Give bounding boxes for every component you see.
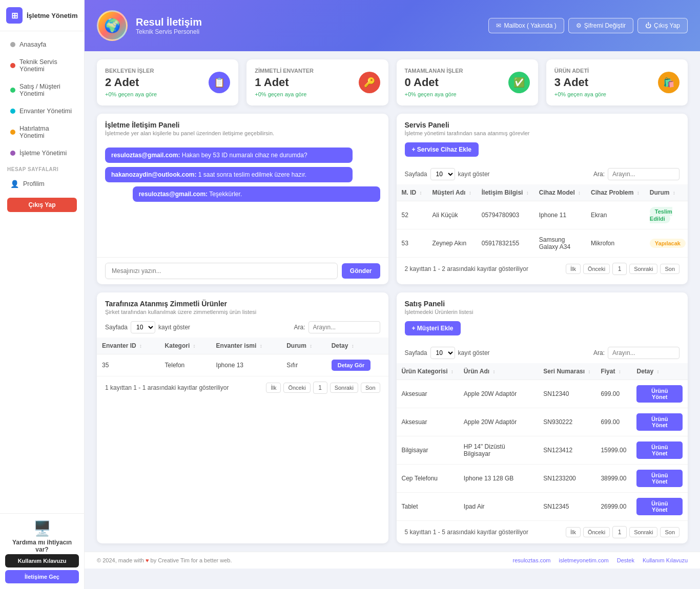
cell-seri: SN123412	[538, 436, 595, 465]
page-sonraki[interactable]: Sonraki	[629, 527, 657, 537]
sidebar-item-isletme[interactable]: İşletme Yönetimi	[3, 145, 81, 161]
stat-value: 2 Adet	[105, 76, 157, 89]
per-page-text: kayıt göster	[458, 349, 490, 356]
page-onceki[interactable]: Önceki	[583, 527, 610, 537]
footer-link-1[interactable]: resuloztas.com	[513, 557, 551, 563]
cell-model: Iphone 11	[534, 201, 586, 229]
page-onceki[interactable]: Önceki	[583, 264, 610, 274]
cell-fiyat: 699.00	[595, 408, 631, 436]
brand-icon: ⊞	[6, 7, 23, 24]
profile-icon: 👤	[10, 180, 19, 188]
gear-icon: ⚙	[576, 22, 582, 29]
chat-input[interactable]	[105, 263, 338, 279]
cell-seri: SN12340	[538, 380, 595, 408]
stat-value: 1 Adet	[255, 76, 314, 89]
dot-icon	[10, 63, 15, 68]
page-son[interactable]: Son	[361, 383, 380, 393]
per-page-select[interactable]: 102550	[131, 321, 155, 333]
dot-icon	[10, 130, 15, 135]
chat-message: hakanozaydin@outlook.com: 1 saat sonra t…	[105, 167, 353, 182]
search-label: Ara:	[593, 171, 605, 178]
cell-durum: Yapılacak	[645, 229, 688, 258]
stat-label: ÜRÜN ADETİ	[554, 68, 606, 74]
panel-subtitle: Şirket tarafından kullanılmak üzere zimm…	[105, 309, 380, 315]
pagination-info: 2 kayıttan 1 - 2 arasındaki kayıtlar gös…	[405, 265, 528, 272]
user-role: Teknik Servis Personeli	[136, 28, 480, 35]
stat-tamamlanan: TAMAMLANAN İŞLER 0 Adet +0% geçen aya gö…	[397, 59, 538, 106]
header-logout-button[interactable]: ⏻ Çıkış Yap	[637, 18, 688, 33]
sidebar-nav: Anasayfa Teknik Servis Yönetimi Satış / …	[0, 31, 84, 513]
cell-fiyat: 699.00	[595, 380, 631, 408]
per-page-select[interactable]: 102550	[430, 168, 455, 180]
stat-label: BEKLEYEN İŞLER	[105, 68, 157, 74]
manage-button[interactable]: Ürünü Yönet	[636, 413, 683, 431]
sidebar-help: 🖥️ Yardıma mı ihtiyacın var? Kullanım Kı…	[0, 513, 84, 569]
search-label: Ara:	[294, 324, 305, 331]
page-son[interactable]: Son	[660, 264, 680, 274]
servis-pagination: 2 kayıttan 1 - 2 arasındaki kayıtlar gös…	[397, 257, 688, 280]
per-page-label: Sayfada	[105, 324, 128, 331]
pagination-info: 5 kayıttan 1 - 5 arasındaki kayıtlar gös…	[405, 529, 528, 536]
panel-controls: Sayfada 102550 kayıt göster Ara:	[397, 343, 688, 363]
sidebar-item-anasayfa[interactable]: Anasayfa	[3, 36, 81, 53]
per-page-select[interactable]: 102550	[430, 347, 455, 359]
help-icon: 🖥️	[5, 520, 79, 537]
mailbox-button[interactable]: ✉ Mailbox ( Yakında )	[488, 18, 564, 33]
cell-seri: SN930222	[538, 408, 595, 436]
logout-button[interactable]: Çıkış Yap	[7, 198, 77, 212]
message-text: Teşekkürler.	[209, 191, 242, 198]
manage-button[interactable]: Ürünü Yönet	[636, 441, 683, 459]
cell-urun: HP 14" Dizüstü Bilgisayar	[459, 436, 539, 465]
stat-urun: ÜRÜN ADETİ 3 Adet +0% geçen aya göre 🛍️	[546, 59, 688, 106]
status-badge: Yapılacak	[650, 239, 686, 248]
cell-durum: Sıfır	[281, 354, 326, 376]
page-son[interactable]: Son	[660, 527, 680, 537]
detail-button[interactable]: Detay Gör	[332, 360, 371, 371]
footer-link-2[interactable]: isletmeyonetim.com	[559, 557, 609, 563]
footer-links: resuloztas.com isletmeyonetim.com Destek…	[513, 557, 688, 563]
col-musteri: Müşteri Adı ↕	[427, 184, 477, 201]
cell-manage: Ürünü Yönet	[631, 408, 688, 436]
page-sonraki[interactable]: Sonraki	[629, 264, 657, 274]
add-customer-button[interactable]: + Müşteri Ekle	[405, 321, 461, 335]
sidebar-item-satis[interactable]: Satış / Müşteri Yönetimi	[3, 78, 81, 102]
stat-label: TAMAMLANAN İŞLER	[405, 68, 463, 74]
stat-change: +0% geçen aya göre	[554, 91, 606, 97]
page-ilk[interactable]: İlk	[566, 527, 581, 537]
sidebar-item-profile[interactable]: 👤 Profilim	[3, 175, 81, 193]
sidebar-item-envanter[interactable]: Envanter Yönetimi	[3, 103, 81, 119]
section-label: HESAP SAYFALARI	[0, 162, 84, 174]
send-button[interactable]: Gönder	[342, 263, 380, 279]
brand-label: İşletme Yönetim	[27, 12, 77, 19]
manage-button[interactable]: Ürünü Yönet	[636, 470, 683, 487]
manage-button[interactable]: Ürünü Yönet	[636, 498, 683, 515]
page-sonraki[interactable]: Sonraki	[330, 383, 358, 393]
top-panels: İşletme İletişim Paneli İşletmede yer al…	[85, 114, 700, 292]
guide-button[interactable]: Kullanım Kılavuzu	[5, 554, 79, 567]
stat-zimmetli: ZİMMETLİ ENVANTER 1 Adet +0% geçen aya g…	[246, 59, 388, 106]
stat-icon: 🛍️	[658, 72, 680, 93]
table-row: Bilgisayar HP 14" Dizüstü Bilgisayar SN1…	[397, 436, 688, 465]
sidebar-item-label: Teknik Servis Yönetimi	[19, 58, 74, 73]
satis-search-input[interactable]	[608, 347, 680, 359]
sidebar-item-hatirlatma[interactable]: Hatırlatma Yönetimi	[3, 120, 81, 144]
page-ilk[interactable]: İlk	[266, 383, 281, 393]
page-ilk[interactable]: İlk	[566, 264, 581, 274]
sidebar-item-teknik[interactable]: Teknik Servis Yönetimi	[3, 54, 81, 77]
add-service-button[interactable]: + Servise Cihaz Ekle	[405, 142, 479, 157]
cell-manage: Ürünü Yönet	[631, 493, 688, 521]
sidebar-item-label: Anasayfa	[19, 41, 46, 48]
manage-button[interactable]: Ürünü Yönet	[636, 385, 683, 403]
footer: © 2024, made with ♥ by Creative Tim for …	[85, 552, 700, 569]
servis-search-input[interactable]	[608, 168, 680, 180]
footer-link-3[interactable]: Destek	[617, 557, 634, 563]
mail-icon: ✉	[496, 22, 501, 29]
stat-value: 0 Adet	[405, 76, 463, 89]
col-mid: M. ID ↕	[397, 184, 427, 201]
cell-musteri: Zeynep Akın	[427, 229, 477, 258]
change-password-button[interactable]: ⚙ Şifremi Değiştir	[568, 18, 633, 33]
footer-link-4[interactable]: Kullanım Kılavuzu	[643, 557, 688, 563]
page-onceki[interactable]: Önceki	[283, 383, 310, 393]
zimmet-search-input[interactable]	[308, 321, 380, 333]
col-problem: Cihaz Problem ↕	[586, 184, 645, 201]
